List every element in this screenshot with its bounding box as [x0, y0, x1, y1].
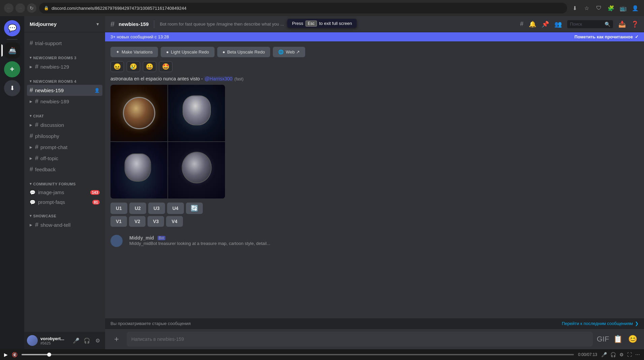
partial-msg-content: Middy_mid Bot Middy_midBot treasurer loo… [129, 235, 639, 246]
video-volume-button[interactable]: 🔇 [12, 352, 18, 357]
headphones-icon[interactable]: 🎧 [82, 336, 92, 345]
reaction-btn-1[interactable]: 😢 [127, 61, 140, 72]
web-button[interactable]: 🌐 Web ↗ [273, 47, 305, 57]
channel-item-newbies159[interactable]: # newbies-159 👤 [27, 85, 102, 96]
channel-item-feedback[interactable]: # feedback [27, 164, 102, 175]
header-divider [154, 20, 154, 28]
u3-button[interactable]: U3 [148, 203, 165, 214]
reaction-btn-2[interactable]: 😀 [143, 61, 156, 72]
make-variations-button[interactable]: ✦ Make Variations [110, 47, 158, 57]
collapse-icon: ▾ [30, 56, 32, 60]
v3-button[interactable]: V3 [148, 216, 164, 227]
mark-read-button[interactable]: Пометить как прочитанное ✓ [575, 34, 639, 39]
address-bar[interactable]: 🔒 discord.com/channels/86226797698429747… [39, 3, 567, 13]
video-microphone-icon[interactable]: 🎤 [601, 352, 607, 357]
channel-item-prompt-faqs[interactable]: 💬 prompt-faqs 81 [27, 197, 102, 207]
discord-home-icon[interactable]: 💬 [4, 20, 20, 36]
channel-hash-icon: # [30, 166, 33, 173]
refresh-button[interactable]: 🔄 [186, 203, 203, 214]
image-cell-4[interactable] [168, 142, 225, 199]
channel-item-trial-support[interactable]: # trial-support [27, 38, 102, 49]
channel-item-newbies189[interactable]: ▶ # newbies-189 [27, 96, 102, 107]
channel-item-show-and-tell[interactable]: ▶ # show-and-tell [27, 219, 102, 230]
reaction-btn-3[interactable]: 🤩 [159, 61, 172, 72]
search-box[interactable]: Поиск 🔍 [567, 20, 613, 28]
beta-upscale-button[interactable]: ● Beta Upscale Redo [217, 47, 270, 57]
image-cell-1[interactable] [110, 85, 167, 141]
channel-item-prompt-chat[interactable]: ▶ # prompt-chat [27, 142, 102, 153]
microphone-icon[interactable]: 🎤 [71, 336, 81, 345]
jump-to-latest-button[interactable]: Перейти к последним сообщениям ❯ [562, 321, 639, 326]
v2-button[interactable]: V2 [129, 216, 146, 227]
channel-item-image-jams[interactable]: 💬 image-jams 143 [27, 187, 102, 197]
channel-item-off-topic[interactable]: ▶ # off-topic [27, 153, 102, 164]
message-container: astronauta en el espacio nunca antes vis… [105, 76, 644, 232]
channel-item-philosophy[interactable]: # philosophy [27, 131, 102, 142]
u4-button[interactable]: U4 [167, 203, 184, 214]
image-cell-2[interactable] [168, 85, 225, 141]
new-messages-banner: 3+ новых сообщений с 13:28 Пометить как … [105, 32, 644, 41]
v1-button[interactable]: V1 [110, 216, 127, 227]
video-progress-dot [47, 353, 51, 357]
star-icon[interactable]: ☆ [582, 3, 591, 13]
user-icon: 👤 [94, 88, 100, 93]
message-input[interactable]: Написать в newbies-159 [127, 332, 593, 347]
download-icon[interactable]: ⬇ [570, 3, 579, 13]
forum-icon: 💬 [30, 200, 35, 205]
gif-button[interactable]: GIF [597, 333, 609, 345]
channel-item-discussion[interactable]: ▶ # discussion [27, 119, 102, 131]
server-header[interactable]: Midjourney ▼ [24, 16, 105, 32]
u1-button[interactable]: U1 [110, 203, 127, 214]
emoji-button[interactable]: 😊 [626, 333, 639, 345]
image-cell-3[interactable] [110, 142, 167, 199]
sticker-button[interactable]: 📋 [612, 333, 624, 345]
video-progress-bar[interactable] [22, 354, 574, 355]
checkmark-icon: ✓ [635, 34, 639, 39]
server-icon-download[interactable]: ⬇ [4, 80, 20, 96]
thread-icon[interactable]: # [520, 21, 523, 28]
video-settings-icon[interactable]: ⚙ [619, 352, 624, 357]
settings-icon[interactable]: ⚙ [93, 336, 102, 345]
user-account-icon[interactable]: 👤 [631, 3, 640, 13]
pin-icon[interactable]: 📌 [542, 21, 549, 28]
video-headphone-icon[interactable]: 🎧 [610, 352, 616, 357]
make-variations-icon: ✦ [116, 49, 120, 55]
user-controls: 🎤 🎧 ⚙ [71, 336, 102, 345]
extension-icon[interactable]: 🧩 [606, 3, 616, 13]
video-play-button[interactable]: ▶ [4, 352, 8, 357]
channel-header-actions: # 🔔 📌 👥 Поиск 🔍 📥 ❓ [520, 20, 639, 28]
inbox-icon[interactable]: 📥 [618, 21, 626, 28]
help-icon[interactable]: ❓ [631, 21, 639, 28]
input-bar: + Написать в newbies-159 GIF 📋 😊 [105, 329, 644, 349]
refresh-button[interactable]: ↻ [27, 3, 36, 13]
cast-icon[interactable]: 📺 [618, 3, 628, 13]
channel-hash-icon: # [35, 98, 38, 105]
shield-icon[interactable]: 🛡 [594, 3, 604, 13]
v4-button[interactable]: V4 [166, 216, 183, 227]
u2-button[interactable]: U2 [129, 203, 146, 214]
messages-area[interactable]: ✦ Make Variations ● Light Upscale Redo ●… [105, 41, 644, 318]
user-mention: @Harrisx300 [204, 76, 233, 81]
esc-key: Esc [305, 21, 317, 27]
members-icon[interactable]: 👥 [554, 21, 562, 28]
user-info: vorobyert... #5625 [40, 336, 69, 345]
server-icon-midjourney[interactable]: 🚢 [4, 42, 20, 59]
video-fullscreen-icon[interactable]: ⛶ [627, 352, 632, 357]
add-attachment-button[interactable]: + [110, 333, 123, 345]
channel-item-newbies129[interactable]: ▶ # newbies-129 [27, 61, 102, 72]
channel-expand-icon: ▶ [30, 145, 32, 149]
channel-hash-icon: # [35, 63, 38, 70]
forward-button[interactable]: → [15, 3, 25, 13]
light-upscale-button[interactable]: ● Light Upscale Redo [161, 47, 214, 57]
partial-avatar [110, 235, 123, 247]
reaction-btn-0[interactable]: 😖 [110, 61, 124, 72]
notification-bell-icon[interactable]: 🔔 [529, 21, 536, 28]
server-icon-add[interactable]: + [4, 61, 20, 77]
video-more-icon[interactable]: ⋯ [635, 352, 640, 357]
chevron-down-icon: ❯ [635, 321, 639, 326]
back-button[interactable]: ← [4, 3, 13, 13]
channel-section-showcase: ▾ SHOWCASE ▶ # show-and-tell [24, 208, 105, 232]
search-icon: 🔍 [605, 22, 610, 27]
channel-section-newcomer3: ▾ NEWCOMER ROOMS 3 ▶ # newbies-129 [24, 50, 105, 74]
channel-hash-icon: # [35, 121, 38, 129]
